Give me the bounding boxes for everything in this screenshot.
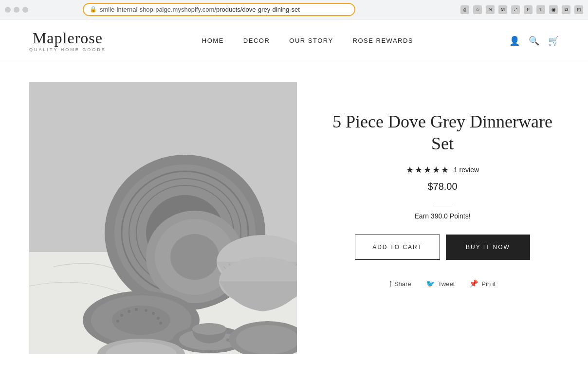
main-nav: HOME DECOR OUR STORY ROSE REWARDS: [202, 37, 413, 44]
buttons-row: ADD TO CART BUY IT NOW: [355, 235, 530, 260]
svg-point-13: [170, 234, 219, 280]
product-image-area: [29, 82, 297, 354]
product-details: 5 Piece Dove Grey Dinnerware Set ★★★★★ 1…: [326, 82, 559, 354]
header-icons: 👤 🔍 🛒: [509, 36, 559, 46]
browser-max-btn[interactable]: [22, 7, 28, 13]
stars: ★★★★★: [406, 164, 450, 175]
browser-close-btn[interactable]: [5, 7, 11, 13]
points-text: Earn 390.0 Points!: [414, 212, 470, 220]
add-to-cart-button[interactable]: ADD TO CART: [355, 235, 440, 260]
logo[interactable]: Maplerose Quality Home Goods: [29, 29, 106, 52]
twitter-icon: 🐦: [426, 279, 435, 288]
share-label: Share: [394, 280, 411, 288]
review-count: 1 review: [454, 166, 479, 174]
browser-extension4-icon[interactable]: P: [524, 5, 533, 14]
share-pinterest-link[interactable]: 📌 Pin it: [469, 279, 496, 288]
cart-icon[interactable]: 🛒: [548, 36, 559, 46]
svg-point-22: [145, 309, 147, 312]
nav-decor[interactable]: DECOR: [243, 37, 270, 44]
browser-min-btn[interactable]: [14, 7, 19, 13]
url-text: smile-internal-shop-paige.myshopify.com/…: [100, 6, 300, 13]
browser-extension-icon[interactable]: N: [486, 5, 495, 14]
pinterest-icon: 📌: [469, 279, 478, 288]
tweet-label: Tweet: [438, 280, 455, 288]
social-share-row: f Share 🐦 Tweet 📌 Pin it: [389, 279, 496, 288]
svg-point-31: [236, 325, 297, 354]
stars-row: ★★★★★ 1 review: [406, 164, 479, 175]
browser-extension6-icon[interactable]: ◉: [549, 5, 558, 14]
svg-point-18: [112, 306, 170, 335]
browser-bookmark-icon[interactable]: ☆: [473, 5, 482, 14]
svg-point-26: [159, 322, 162, 325]
share-facebook-link[interactable]: f Share: [389, 280, 411, 288]
url-bar[interactable]: 🔒 smile-internal-shop-paige.myshopify.co…: [83, 3, 355, 16]
product-price: $78.00: [427, 181, 457, 192]
share-twitter-link[interactable]: 🐦 Tweet: [426, 279, 455, 288]
price-divider: [433, 206, 452, 206]
svg-point-25: [116, 320, 119, 323]
browser-extension7-icon[interactable]: ⧉: [562, 5, 570, 14]
browser-share-icon[interactable]: ⎙: [460, 5, 469, 14]
browser-controls: [5, 7, 28, 13]
search-icon[interactable]: 🔍: [529, 36, 539, 46]
browser-extension5-icon[interactable]: T: [536, 5, 545, 14]
product-image: [29, 82, 297, 354]
browser-extension3-icon[interactable]: ⇌: [511, 5, 520, 14]
svg-point-23: [152, 312, 155, 315]
pin-label: Pin it: [481, 280, 496, 288]
product-section: 5 Piece Dove Grey Dinnerware Set ★★★★★ 1…: [0, 62, 588, 374]
nav-our-story[interactable]: OUR STORY: [289, 37, 333, 44]
nav-home[interactable]: HOME: [202, 37, 224, 44]
buy-now-button[interactable]: BUY IT NOW: [446, 235, 530, 260]
browser-chrome: 🔒 smile-internal-shop-paige.myshopify.co…: [0, 0, 588, 19]
browser-menu-icon[interactable]: ⊡: [574, 5, 583, 14]
svg-point-24: [157, 317, 160, 320]
browser-toolbar-icons: ⎙ ☆ N M ⇌ P T ◉ ⧉ ⊡: [460, 5, 583, 14]
account-icon[interactable]: 👤: [509, 36, 520, 46]
facebook-icon: f: [389, 280, 391, 288]
nav-rose-rewards[interactable]: ROSE REWARDS: [353, 37, 413, 44]
svg-point-29: [192, 323, 226, 335]
svg-point-21: [135, 308, 138, 311]
product-title: 5 Piece Dove Grey Dinnerware Set: [326, 111, 559, 155]
logo-tagline: Quality Home Goods: [29, 47, 106, 52]
site-header: Maplerose Quality Home Goods HOME DECOR …: [0, 19, 588, 62]
logo-name: Maplerose: [29, 29, 106, 47]
svg-point-19: [120, 314, 123, 317]
browser-extension2-icon[interactable]: M: [498, 5, 507, 14]
lock-icon: 🔒: [90, 6, 97, 13]
svg-point-20: [128, 310, 130, 313]
